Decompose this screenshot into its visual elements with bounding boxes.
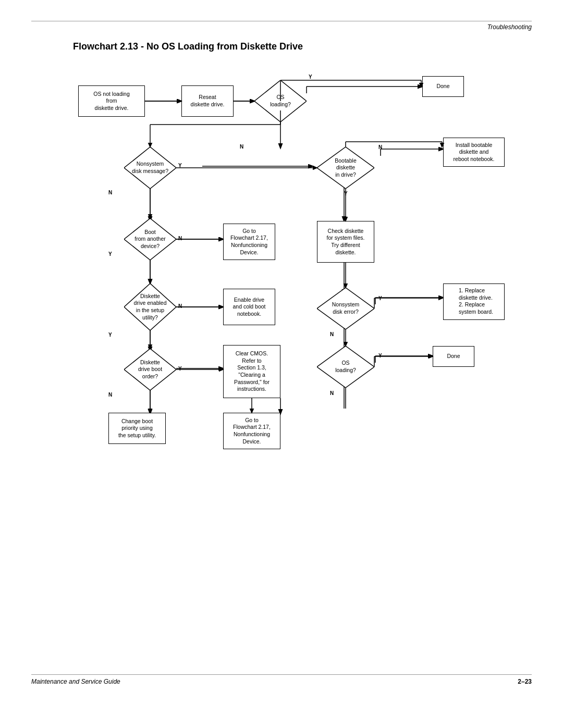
footer: Maintenance and Service Guide 2–23 bbox=[31, 674, 532, 685]
label-y-nonsystem: Y bbox=[178, 163, 182, 168]
label-y-boot-another: Y bbox=[108, 251, 112, 257]
node-bootable-q: Bootable diskette in drive? bbox=[317, 147, 374, 189]
footer-left: Maintenance and Service Guide bbox=[31, 678, 120, 685]
label-n-os-loading2: N bbox=[330, 390, 334, 396]
node-done1: Done bbox=[422, 76, 464, 97]
label-y1: Y bbox=[309, 74, 312, 80]
page: Troubleshooting Flowchart 2.13 - No OS L… bbox=[0, 0, 563, 728]
label-n-diskette-boot: N bbox=[108, 392, 112, 398]
label-y-os-loading2: Y bbox=[378, 353, 382, 359]
label-n1: N bbox=[240, 144, 243, 150]
node-nonsystem-disk-q: Nonsystem disk message? bbox=[124, 147, 176, 189]
node-change-boot: Change boot priority using the setup uti… bbox=[108, 413, 166, 444]
label-y-diskette-enabled: Y bbox=[108, 332, 112, 338]
node-clear-cmos: Clear CMOS. Refer to Section 1.3, "Clear… bbox=[223, 345, 280, 398]
node-os-not-loading: OS not loading from diskette drive. bbox=[78, 85, 145, 117]
node-diskette-enabled-q: Diskette drive enabled in the setup util… bbox=[124, 283, 176, 330]
label-n-diskette-enabled: N bbox=[178, 303, 182, 309]
node-boot-another-q: Boot from another device? bbox=[124, 218, 176, 260]
node-install-bootable: Install bootable diskette and reboot not… bbox=[443, 138, 505, 167]
node-os-loading-q2: OS loading? bbox=[317, 346, 374, 388]
node-check-diskette: Check diskette for system files. Try dif… bbox=[317, 221, 374, 263]
label-y-diskette-boot: Y bbox=[178, 366, 182, 372]
header-text: Troubleshooting bbox=[487, 23, 532, 31]
label-y-nonsystem-error: Y bbox=[378, 295, 382, 301]
node-done2: Done bbox=[433, 346, 474, 367]
node-os-loading-q1: OS loading? bbox=[254, 80, 307, 122]
label-n-boot-another: N bbox=[178, 236, 182, 241]
node-go-to-217a: Go to Flowchart 2.17, Nonfunctioning Dev… bbox=[223, 224, 275, 260]
node-replace-items: 1. Replace diskette drive. 2. Replace sy… bbox=[443, 283, 505, 320]
flowchart: OS not loading from diskette drive. Rese… bbox=[47, 65, 516, 659]
node-go-to-217b: Go to Flowchart 2.17, Nonfunctioning Dev… bbox=[223, 413, 280, 449]
header: Troubleshooting bbox=[31, 21, 532, 31]
node-enable-drive: Enable drive and cold boot notebook. bbox=[223, 289, 275, 325]
label-n-nonsystem-error: N bbox=[330, 331, 334, 337]
label-n-bootable: N bbox=[378, 144, 382, 150]
page-title: Flowchart 2.13 - No OS Loading from Disk… bbox=[73, 41, 532, 52]
label-n-nonsystem: N bbox=[108, 190, 112, 195]
footer-right: 2–23 bbox=[518, 678, 532, 685]
node-nonsystem-error-q: Nonsystem disk error? bbox=[317, 288, 374, 329]
label-y-bootable: Y bbox=[344, 191, 348, 196]
node-diskette-boot-q: Diskette drive boot order? bbox=[124, 349, 176, 390]
node-reseat: Reseat diskette drive. bbox=[181, 85, 234, 117]
